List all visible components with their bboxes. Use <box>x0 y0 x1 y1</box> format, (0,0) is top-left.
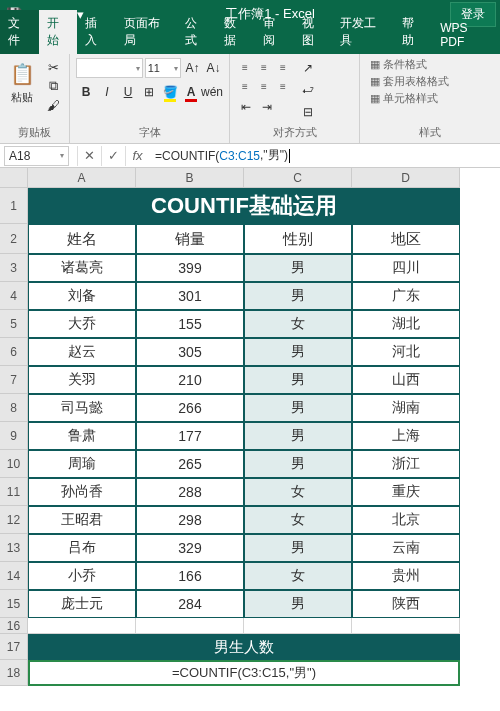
table-cell[interactable]: 155 <box>136 310 244 338</box>
align-center-icon[interactable]: ≡ <box>255 77 273 95</box>
table-cell[interactable]: 重庆 <box>352 478 460 506</box>
font-name-select[interactable]: ▾ <box>76 58 143 78</box>
merge-cells-icon[interactable]: ⊟ <box>298 102 318 122</box>
row-head-9[interactable]: 9 <box>0 422 28 450</box>
paste-icon[interactable]: 📋 <box>6 58 38 90</box>
row-head-13[interactable]: 13 <box>0 534 28 562</box>
align-middle-icon[interactable]: ≡ <box>255 58 273 76</box>
table-cell[interactable]: 吕布 <box>28 534 136 562</box>
col-head-C[interactable]: C <box>244 168 352 188</box>
row-head-18[interactable]: 18 <box>0 660 28 686</box>
row-head-17[interactable]: 17 <box>0 634 28 660</box>
formula-input[interactable]: =COUNTIF(C3:C15,"男") <box>149 146 500 166</box>
orientation-icon[interactable]: ↗ <box>298 58 318 78</box>
fx-icon[interactable]: fx <box>125 146 149 166</box>
empty-cell[interactable] <box>244 618 352 634</box>
active-cell[interactable]: =COUNTIF(C3:C15,"男") <box>28 660 460 686</box>
table-cell[interactable]: 山西 <box>352 366 460 394</box>
format-painter-icon[interactable]: 🖌 <box>42 96 64 114</box>
table-cell[interactable]: 湖南 <box>352 394 460 422</box>
col-head-A[interactable]: A <box>28 168 136 188</box>
row-head-14[interactable]: 14 <box>0 562 28 590</box>
menu-insert[interactable]: 插入 <box>77 10 116 54</box>
table-cell[interactable]: 男 <box>244 534 352 562</box>
table-cell[interactable]: 399 <box>136 254 244 282</box>
row-head-11[interactable]: 11 <box>0 478 28 506</box>
table-cell[interactable]: 湖北 <box>352 310 460 338</box>
table-cell[interactable]: 河北 <box>352 338 460 366</box>
table-cell[interactable]: 大乔 <box>28 310 136 338</box>
menu-view[interactable]: 视图 <box>294 10 333 54</box>
row-head-8[interactable]: 8 <box>0 394 28 422</box>
table-cell[interactable]: 浙江 <box>352 450 460 478</box>
table-cell[interactable]: 266 <box>136 394 244 422</box>
row-head-2[interactable]: 2 <box>0 224 28 254</box>
border-button[interactable]: ⊞ <box>139 82 159 102</box>
font-size-select[interactable]: 11▾ <box>145 58 181 78</box>
cell-styles-button[interactable]: ▦单元格样式 <box>366 90 496 107</box>
menu-help[interactable]: 帮助 <box>394 10 433 54</box>
table-cell[interactable]: 265 <box>136 450 244 478</box>
table-cell[interactable]: 北京 <box>352 506 460 534</box>
spreadsheet-grid[interactable]: ABCD1COUNTIF基础运用2姓名销量性别地区3诸葛亮399男四川4刘备30… <box>0 168 500 711</box>
decrease-font-icon[interactable]: A↓ <box>204 58 223 78</box>
table-cell[interactable]: 贵州 <box>352 562 460 590</box>
table-cell[interactable]: 166 <box>136 562 244 590</box>
table-cell[interactable]: 司马懿 <box>28 394 136 422</box>
table-cell[interactable]: 210 <box>136 366 244 394</box>
table-cell[interactable]: 赵云 <box>28 338 136 366</box>
align-right-icon[interactable]: ≡ <box>274 77 292 95</box>
row-head-3[interactable]: 3 <box>0 254 28 282</box>
row-head-10[interactable]: 10 <box>0 450 28 478</box>
table-cell[interactable]: 女 <box>244 310 352 338</box>
row-head-12[interactable]: 12 <box>0 506 28 534</box>
table-cell[interactable]: 男 <box>244 282 352 310</box>
underline-button[interactable]: U <box>118 82 138 102</box>
bold-button[interactable]: B <box>76 82 96 102</box>
empty-cell[interactable] <box>136 618 244 634</box>
cut-icon[interactable]: ✂ <box>42 58 64 76</box>
increase-font-icon[interactable]: A↑ <box>183 58 202 78</box>
table-cell[interactable]: 女 <box>244 562 352 590</box>
table-cell[interactable]: 孙尚香 <box>28 478 136 506</box>
enter-formula-icon[interactable]: ✓ <box>101 146 125 166</box>
row-head-4[interactable]: 4 <box>0 282 28 310</box>
table-cell[interactable]: 上海 <box>352 422 460 450</box>
table-cell[interactable]: 301 <box>136 282 244 310</box>
decrease-indent-icon[interactable]: ⇤ <box>236 97 256 117</box>
menu-home[interactable]: 开始 <box>39 10 78 54</box>
menu-data[interactable]: 数据 <box>216 10 255 54</box>
menu-formulas[interactable]: 公式 <box>177 10 216 54</box>
table-cell[interactable]: 小乔 <box>28 562 136 590</box>
table-cell[interactable]: 男 <box>244 394 352 422</box>
name-box[interactable]: A18▾ <box>4 146 69 166</box>
table-cell[interactable]: 305 <box>136 338 244 366</box>
table-cell[interactable]: 男 <box>244 254 352 282</box>
table-cell[interactable]: 关羽 <box>28 366 136 394</box>
phonetic-button[interactable]: wén <box>202 82 222 102</box>
row-head-7[interactable]: 7 <box>0 366 28 394</box>
menu-layout[interactable]: 页面布局 <box>116 10 177 54</box>
italic-button[interactable]: I <box>97 82 117 102</box>
table-cell[interactable]: 男 <box>244 450 352 478</box>
table-cell[interactable]: 女 <box>244 478 352 506</box>
table-cell[interactable]: 男 <box>244 590 352 618</box>
menu-dev[interactable]: 开发工具 <box>332 10 393 54</box>
paste-label[interactable]: 粘贴 <box>11 90 33 105</box>
table-cell[interactable]: 鲁肃 <box>28 422 136 450</box>
table-cell[interactable]: 288 <box>136 478 244 506</box>
menu-review[interactable]: 审阅 <box>255 10 294 54</box>
align-top-icon[interactable]: ≡ <box>236 58 254 76</box>
wrap-text-icon[interactable]: ⮐ <box>298 80 318 100</box>
table-cell[interactable]: 广东 <box>352 282 460 310</box>
menu-wps[interactable]: WPS PDF <box>432 16 500 54</box>
table-format-button[interactable]: ▦套用表格格式 <box>366 73 496 90</box>
table-cell[interactable]: 177 <box>136 422 244 450</box>
copy-icon[interactable]: ⧉ <box>42 77 64 95</box>
table-cell[interactable]: 四川 <box>352 254 460 282</box>
table-cell[interactable]: 诸葛亮 <box>28 254 136 282</box>
align-left-icon[interactable]: ≡ <box>236 77 254 95</box>
align-bottom-icon[interactable]: ≡ <box>274 58 292 76</box>
conditional-format-button[interactable]: ▦条件格式 <box>366 56 496 73</box>
row-head-1[interactable]: 1 <box>0 188 28 224</box>
